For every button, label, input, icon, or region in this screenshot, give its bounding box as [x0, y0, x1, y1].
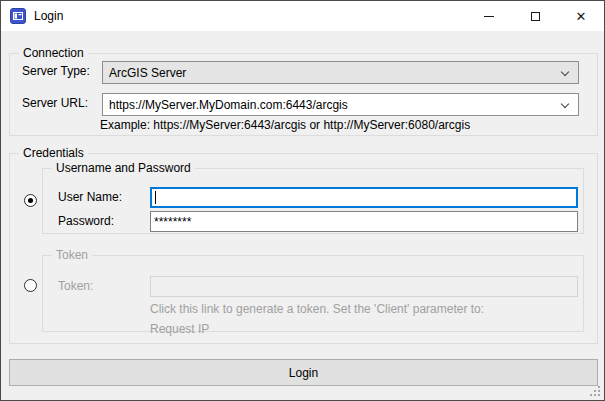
username-password-radio[interactable] [24, 194, 37, 207]
generate-token-link[interactable]: Click this link to generate a token. Set… [150, 302, 484, 316]
password-label: Password: [58, 214, 114, 228]
request-ip-text: Request IP [150, 322, 209, 336]
server-type-label: Server Type: [22, 64, 90, 78]
username-password-group: Username and Password User Name: Passwor… [42, 168, 584, 234]
password-input[interactable] [150, 211, 578, 232]
token-group-label: Token [52, 248, 92, 262]
close-icon: ✕ [576, 10, 587, 23]
login-button[interactable]: Login [9, 359, 598, 386]
connection-group: Connection Server Type: ArcGIS Server Se… [9, 53, 598, 136]
server-url-value: https://MyServer.MyDomain.com:6443/arcgi… [109, 98, 348, 112]
token-group: Token Token: Click this link to generate… [42, 255, 584, 332]
token-label: Token: [58, 279, 93, 293]
login-button-label: Login [289, 366, 318, 380]
credentials-group: Credentials Username and Password User N… [9, 153, 598, 344]
minimize-button[interactable] [466, 1, 512, 31]
server-url-label: Server URL: [22, 96, 88, 110]
text-caret [155, 191, 156, 204]
server-url-example-text: Example: https://MyServer:6443/arcgis or… [100, 118, 470, 132]
form-window-icon [10, 8, 26, 24]
resize-grip[interactable] [589, 385, 601, 397]
close-button[interactable]: ✕ [558, 1, 604, 31]
maximize-icon [531, 12, 540, 21]
username-password-group-label: Username and Password [52, 161, 195, 175]
token-input [150, 276, 578, 297]
server-type-combobox[interactable]: ArcGIS Server [102, 61, 579, 84]
chevron-down-icon [561, 68, 569, 76]
connection-group-label: Connection [19, 46, 88, 60]
server-type-value: ArcGIS Server [109, 66, 186, 80]
login-dialog: Login ✕ Connection Server Type: ArcGIS S… [0, 0, 605, 401]
server-url-combobox[interactable]: https://MyServer.MyDomain.com:6443/arcgi… [102, 93, 579, 116]
token-radio[interactable] [24, 279, 37, 292]
credentials-group-label: Credentials [19, 146, 88, 160]
window-title: Login [34, 9, 63, 23]
maximize-button[interactable] [512, 1, 558, 31]
username-input[interactable] [150, 187, 578, 208]
caption-buttons: ✕ [466, 1, 604, 31]
username-label: User Name: [58, 190, 122, 204]
titlebar: Login ✕ [1, 1, 604, 31]
chevron-down-icon [561, 100, 569, 108]
minimize-icon [484, 16, 494, 17]
